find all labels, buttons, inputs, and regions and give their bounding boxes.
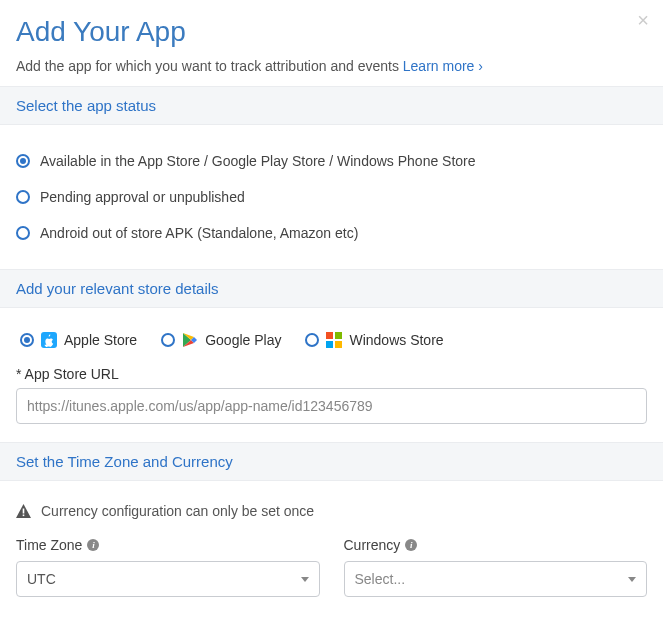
- radio-icon: [20, 333, 34, 347]
- svg-rect-4: [335, 341, 342, 348]
- section-body-tz: Currency configuration can only be set o…: [0, 481, 663, 615]
- store-radio-group: Apple Store Google Play: [16, 326, 647, 366]
- modal-subtitle: Add the app for which you want to track …: [16, 58, 647, 74]
- store-option-apple[interactable]: Apple Store: [20, 332, 137, 348]
- radio-icon: [305, 333, 319, 347]
- app-store-url-label: * App Store URL: [16, 366, 647, 382]
- radio-icon: [16, 226, 30, 240]
- timezone-column: Time Zone i UTC: [16, 537, 320, 597]
- svg-rect-2: [335, 332, 342, 339]
- currency-select[interactable]: Select...: [344, 561, 648, 597]
- currency-label-text: Currency: [344, 537, 401, 553]
- timezone-select[interactable]: UTC: [16, 561, 320, 597]
- timezone-label-text: Time Zone: [16, 537, 82, 553]
- svg-rect-1: [326, 332, 333, 339]
- currency-warning: Currency configuration can only be set o…: [16, 499, 647, 537]
- close-icon[interactable]: ×: [637, 10, 649, 30]
- svg-rect-3: [326, 341, 333, 348]
- google-play-icon: [182, 332, 198, 348]
- radio-icon: [161, 333, 175, 347]
- currency-value: Select...: [355, 571, 406, 587]
- status-option-available[interactable]: Available in the App Store / Google Play…: [16, 143, 647, 179]
- store-option-label: Apple Store: [64, 332, 137, 348]
- store-option-label: Windows Store: [349, 332, 443, 348]
- tz-currency-row: Time Zone i UTC Currency i Select...: [16, 537, 647, 597]
- windows-store-icon: [326, 332, 342, 348]
- section-body-status: Available in the App Store / Google Play…: [0, 125, 663, 269]
- section-body-store: Apple Store Google Play: [0, 308, 663, 442]
- warning-icon: [16, 504, 31, 518]
- section-header-store: Add your relevant store details: [0, 269, 663, 308]
- store-option-google-play[interactable]: Google Play: [161, 332, 281, 348]
- svg-rect-6: [23, 515, 25, 517]
- section-header-status: Select the app status: [0, 86, 663, 125]
- chevron-down-icon: [628, 577, 636, 582]
- timezone-label: Time Zone i: [16, 537, 320, 553]
- status-option-out-of-store[interactable]: Android out of store APK (Standalone, Am…: [16, 215, 647, 251]
- status-option-label: Available in the App Store / Google Play…: [40, 153, 476, 169]
- radio-icon: [16, 154, 30, 168]
- info-icon[interactable]: i: [405, 539, 417, 551]
- radio-icon: [16, 190, 30, 204]
- store-option-label: Google Play: [205, 332, 281, 348]
- apple-store-icon: [41, 332, 57, 348]
- modal-header: Add Your App Add the app for which you w…: [0, 0, 663, 86]
- svg-rect-5: [23, 509, 25, 514]
- add-app-modal: × Add Your App Add the app for which you…: [0, 0, 663, 615]
- status-option-label: Pending approval or unpublished: [40, 189, 245, 205]
- learn-more-link[interactable]: Learn more ›: [403, 58, 483, 74]
- section-header-tz: Set the Time Zone and Currency: [0, 442, 663, 481]
- currency-column: Currency i Select...: [344, 537, 648, 597]
- modal-title: Add Your App: [16, 16, 647, 48]
- info-icon[interactable]: i: [87, 539, 99, 551]
- status-option-label: Android out of store APK (Standalone, Am…: [40, 225, 358, 241]
- store-option-windows[interactable]: Windows Store: [305, 332, 443, 348]
- app-store-url-input[interactable]: [16, 388, 647, 424]
- status-option-pending[interactable]: Pending approval or unpublished: [16, 179, 647, 215]
- warning-text: Currency configuration can only be set o…: [41, 503, 314, 519]
- chevron-down-icon: [301, 577, 309, 582]
- subtitle-text: Add the app for which you want to track …: [16, 58, 403, 74]
- timezone-value: UTC: [27, 571, 56, 587]
- currency-label: Currency i: [344, 537, 648, 553]
